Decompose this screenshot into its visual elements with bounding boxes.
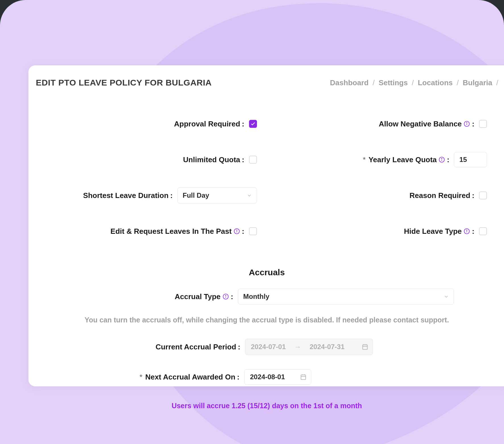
label-current-accrual-period: Current Accrual Period : xyxy=(87,343,240,351)
label-text: Unlimited Quota xyxy=(183,155,240,164)
select-value: Monthly xyxy=(243,293,269,301)
checkbox-unlimited-quota[interactable] xyxy=(249,156,257,164)
checkbox-edit-past[interactable] xyxy=(249,227,257,235)
label-text: Reason Required xyxy=(410,191,470,200)
date-value: 2024-08-01 xyxy=(250,373,285,381)
breadcrumb-sep: / xyxy=(457,78,459,87)
svg-rect-15 xyxy=(362,345,367,350)
info-icon[interactable] xyxy=(463,120,470,127)
label-text: Hide Leave Type xyxy=(404,227,462,236)
info-icon[interactable] xyxy=(233,228,240,235)
calendar-icon xyxy=(300,374,306,380)
checkbox-reason-required[interactable] xyxy=(479,191,487,199)
select-accrual-type[interactable]: Monthly xyxy=(238,289,454,305)
label-text: Allow Negative Balance xyxy=(379,120,462,128)
app-background: EDIT PTO LEAVE POLICY FOR BULGARIA Dashb… xyxy=(0,0,504,444)
row-allow-negative-balance: Allow Negative Balance : xyxy=(277,116,487,132)
calendar-icon xyxy=(362,344,368,350)
colon: : xyxy=(447,155,449,164)
label-text: Current Accrual Period xyxy=(155,343,236,351)
svg-point-2 xyxy=(466,122,467,123)
breadcrumb-sep: / xyxy=(373,78,375,87)
input-next-accrual-awarded[interactable]: 2024-08-01 xyxy=(244,369,311,385)
select-value: Full Day xyxy=(183,191,209,199)
card-header: EDIT PTO LEAVE POLICY FOR BULGARIA Dashb… xyxy=(35,78,498,87)
label-text: Accrual Type xyxy=(175,292,220,301)
svg-point-5 xyxy=(441,158,442,159)
colon: : xyxy=(472,120,474,128)
label-text: Yearly Leave Quota xyxy=(368,155,437,164)
label-yearly-leave-quota: * Yearly Leave Quota : xyxy=(363,155,449,164)
breadcrumb-sep: / xyxy=(412,78,414,87)
chevron-down-icon xyxy=(246,193,252,198)
label-text: Shortest Leave Duration xyxy=(83,191,169,200)
accrual-note: Users will accrue 1.25 (15/12) days on t… xyxy=(47,402,487,410)
date-start: 2024-07-01 xyxy=(251,343,286,351)
label-allow-negative-balance: Allow Negative Balance : xyxy=(379,120,474,128)
breadcrumb: Dashboard / Settings / Locations / Bulga… xyxy=(330,78,498,87)
colon: : xyxy=(231,292,233,301)
row-accrual-type: Accrual Type : Monthly xyxy=(47,289,487,305)
breadcrumb-bulgaria[interactable]: Bulgaria xyxy=(463,78,492,87)
info-icon[interactable] xyxy=(438,156,445,163)
check-icon xyxy=(250,121,256,126)
label-reason-required: Reason Required : xyxy=(410,191,475,200)
label-approval-required: Approval Required : xyxy=(174,120,244,128)
info-icon[interactable] xyxy=(463,228,470,235)
row-edit-past: Edit & Request Leaves In The Past : xyxy=(47,223,257,239)
row-reason-required: Reason Required : xyxy=(277,187,487,203)
arrow-right-icon: → xyxy=(294,343,301,351)
row-hide-leave-type: Hide Leave Type : xyxy=(277,223,487,239)
checkbox-approval-required[interactable] xyxy=(249,120,257,128)
required-asterisk: * xyxy=(363,155,366,164)
colon: : xyxy=(238,343,240,351)
breadcrumb-dashboard[interactable]: Dashboard xyxy=(330,78,369,87)
label-unlimited-quota: Unlimited Quota : xyxy=(183,155,244,164)
label-edit-past: Edit & Request Leaves In The Past : xyxy=(111,227,244,236)
svg-point-11 xyxy=(466,230,467,230)
colon: : xyxy=(242,120,244,128)
row-next-accrual-awarded: * Next Accrual Awarded On : 2024-08-01 xyxy=(47,369,487,385)
input-value: 15 xyxy=(459,156,467,164)
colon: : xyxy=(472,191,474,200)
row-unlimited-quota: Unlimited Quota : xyxy=(47,152,257,168)
select-shortest-leave-duration[interactable]: Full Day xyxy=(177,187,257,203)
accrual-helper-text: You can turn the accruals off, while cha… xyxy=(47,316,487,324)
colon: : xyxy=(472,227,474,236)
required-asterisk: * xyxy=(140,373,142,382)
colon: : xyxy=(237,373,240,382)
row-yearly-leave-quota: * Yearly Leave Quota : 15 xyxy=(277,152,487,168)
info-icon[interactable] xyxy=(222,293,229,300)
breadcrumb-settings[interactable]: Settings xyxy=(379,78,408,87)
colon: : xyxy=(242,155,244,164)
svg-rect-19 xyxy=(301,375,306,380)
section-title-accruals: Accruals xyxy=(47,268,487,277)
row-shortest-leave-duration: Shortest Leave Duration : Full Day xyxy=(47,187,257,203)
date-end: 2024-07-31 xyxy=(310,343,345,351)
input-yearly-leave-quota[interactable]: 15 xyxy=(454,152,487,167)
page-title: EDIT PTO LEAVE POLICY FOR BULGARIA xyxy=(36,78,212,87)
label-text: Approval Required xyxy=(174,120,240,128)
policy-card: EDIT PTO LEAVE POLICY FOR BULGARIA Dashb… xyxy=(28,65,504,386)
colon: : xyxy=(170,191,173,200)
label-text: Next Accrual Awarded On xyxy=(145,373,235,382)
checkbox-hide-leave-type[interactable] xyxy=(479,227,487,235)
breadcrumb-locations[interactable]: Locations xyxy=(418,78,453,87)
checkbox-allow-negative-balance[interactable] xyxy=(479,120,487,128)
label-next-accrual-awarded: * Next Accrual Awarded On : xyxy=(86,373,240,382)
input-current-accrual-period: 2024-07-01 → 2024-07-31 xyxy=(245,339,373,355)
colon: : xyxy=(242,227,244,236)
breadcrumb-sep: / xyxy=(496,78,498,87)
row-current-accrual-period: Current Accrual Period : 2024-07-01 → 20… xyxy=(47,339,487,355)
svg-point-14 xyxy=(225,295,226,296)
label-text: Edit & Request Leaves In The Past xyxy=(111,227,232,236)
form-grid: Approval Required : Allow Negative Balan… xyxy=(35,116,498,410)
row-approval-required: Approval Required : xyxy=(47,116,257,132)
chevron-down-icon xyxy=(443,294,449,299)
label-accrual-type: Accrual Type : xyxy=(80,292,233,301)
label-hide-leave-type: Hide Leave Type : xyxy=(404,227,474,236)
label-shortest-leave-duration: Shortest Leave Duration : xyxy=(83,191,173,200)
svg-point-8 xyxy=(237,230,237,230)
